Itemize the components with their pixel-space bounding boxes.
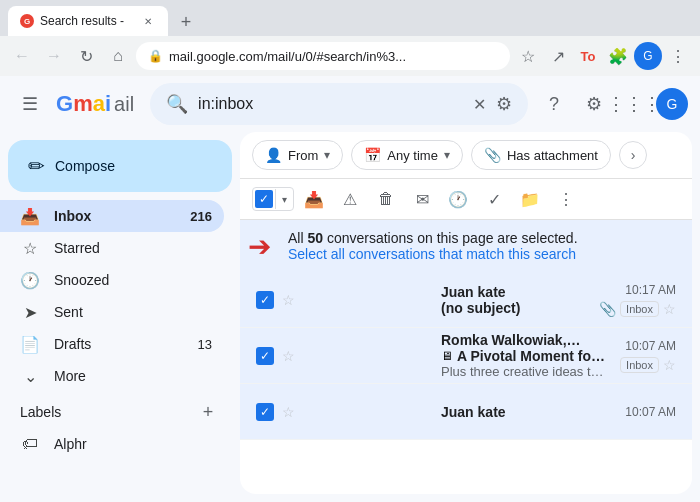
bookmark-star-button[interactable]: ☆	[514, 42, 542, 70]
red-arrow-indicator: ➔	[248, 230, 271, 263]
puzzle-icon[interactable]: 🧩	[604, 42, 632, 70]
delete-button[interactable]: 🗑	[370, 183, 402, 215]
email-checkbox[interactable]: ✓	[256, 347, 274, 365]
add-to-tasks-button[interactable]: ✓	[478, 183, 510, 215]
any-time-filter-chip[interactable]: 📅 Any time ▾	[351, 140, 463, 170]
mark-unread-button[interactable]: ✉	[406, 183, 438, 215]
gmail-logo: Gmai ail	[56, 91, 134, 117]
banner-text-prefix: All	[288, 230, 304, 246]
inbox-count: 216	[190, 209, 212, 224]
email-meta: 10:07 AM	[625, 405, 676, 419]
email-left-col: ✓ ☆	[256, 403, 431, 421]
user-avatar[interactable]: G	[656, 88, 688, 120]
omnibar: ← → ↻ ⌂ 🔒 mail.google.com/mail/u/0/#sear…	[0, 36, 700, 76]
search-box[interactable]: 🔍 ✕ ⚙	[150, 83, 528, 125]
compose-label: Compose	[55, 158, 115, 174]
chrome-menu-button[interactable]: ⋮	[664, 42, 692, 70]
help-button[interactable]: ?	[536, 86, 572, 122]
labels-header: Labels +	[0, 392, 240, 428]
search-clear-button[interactable]: ✕	[473, 95, 486, 114]
checkbox-dropdown-arrow[interactable]: ▾	[275, 189, 293, 209]
drafts-icon: 📄	[20, 335, 40, 354]
email-badges: 📎 Inbox ☆	[599, 301, 676, 317]
banner-text-suffix: conversations on this page are selected.	[327, 230, 578, 246]
drafts-label: Drafts	[54, 336, 184, 352]
email-sender: Juan kate	[441, 404, 581, 420]
browser-chrome: G Search results - ✕ + ← → ↻ ⌂ 🔒 mail.go…	[0, 0, 700, 76]
search-icon: 🔍	[166, 93, 188, 115]
apps-button[interactable]: ⋮⋮⋮	[616, 86, 652, 122]
drafts-count: 13	[198, 337, 212, 352]
compose-button[interactable]: ✏ Compose	[8, 140, 232, 192]
archive-button[interactable]: 📥	[298, 183, 330, 215]
inbox-icon: 📥	[20, 207, 40, 226]
star-icon[interactable]: ☆	[282, 348, 295, 364]
sent-icon: ➤	[20, 303, 40, 322]
move-to-button[interactable]: 📁	[514, 183, 546, 215]
gmail-header: ☰ Gmai ail 🔍 ✕ ⚙ ? ⚙ ⋮⋮⋮ G	[0, 76, 700, 132]
email-time: 10:17 AM	[625, 283, 676, 297]
sidebar-item-starred[interactable]: ☆ Starred	[0, 232, 224, 264]
inbox-label: Inbox	[54, 208, 176, 224]
sidebar-item-drafts[interactable]: 📄 Drafts 13	[0, 328, 224, 360]
select-all-link[interactable]: Select all conversations that match this…	[288, 246, 576, 262]
from-filter-label: From	[288, 148, 318, 163]
profile-icon-2[interactable]: G	[634, 42, 662, 70]
email-meta: 10:07 AM Inbox ☆	[620, 339, 676, 373]
email-content: Juan kate (no subject)	[441, 284, 589, 316]
sidebar-item-more[interactable]: ⌄ More	[0, 360, 224, 392]
email-checkbox[interactable]: ✓	[256, 291, 274, 309]
email-row[interactable]: ✓ ☆ Juan kate 10:07 AM	[240, 384, 692, 440]
star-icon[interactable]: ☆	[282, 292, 295, 308]
select-all-checkbox[interactable]: ✓ ▾	[252, 187, 294, 211]
address-bar[interactable]: 🔒 mail.google.com/mail/u/0/#search/in%3.…	[136, 42, 510, 70]
email-row[interactable]: ✓ ☆ Juan kate (no subject) 10:17 AM 📎 In…	[240, 272, 692, 328]
email-subject: (no subject)	[441, 300, 589, 316]
filter-more-button[interactable]: ›	[619, 141, 647, 169]
new-tab-button[interactable]: +	[172, 8, 200, 36]
filter-bar: 👤 From ▾ 📅 Any time ▾ 📎 Has attachment ›	[240, 132, 692, 179]
sidebar-item-snoozed[interactable]: 🕐 Snoozed	[0, 264, 224, 296]
add-label-button[interactable]: +	[196, 400, 220, 424]
attachment-indicator: 📎	[599, 301, 616, 317]
snooze-button[interactable]: 🕐	[442, 183, 474, 215]
banner-count: 50	[307, 230, 323, 246]
search-input[interactable]	[198, 95, 463, 113]
snoozed-label: Snoozed	[54, 272, 212, 288]
omnibar-actions: ☆ ↗ To 🧩 G ⋮	[514, 42, 692, 70]
email-sender: Romka Walkowiak, Hu.	[441, 332, 581, 348]
any-time-arrow: ▾	[444, 148, 450, 162]
starred-icon: ☆	[20, 239, 40, 258]
starred-label: Starred	[54, 240, 212, 256]
forward-button[interactable]: →	[40, 42, 68, 70]
star-icon[interactable]: ☆	[282, 404, 295, 420]
has-attachment-filter-chip[interactable]: 📎 Has attachment	[471, 140, 611, 170]
search-options-button[interactable]: ⚙	[496, 93, 512, 115]
snoozed-icon: 🕐	[20, 271, 40, 290]
banner-text: All 50 conversations on this page are se…	[288, 230, 578, 262]
email-sender: Juan kate	[441, 284, 581, 300]
hamburger-menu[interactable]: ☰	[12, 86, 48, 122]
sidebar-item-inbox[interactable]: 📥 Inbox 216	[0, 200, 224, 232]
back-button[interactable]: ←	[8, 42, 36, 70]
report-spam-button[interactable]: ⚠	[334, 183, 366, 215]
tab-close-button[interactable]: ✕	[140, 13, 156, 29]
email-preview: Plus three creative ideas to help your h…	[441, 364, 610, 379]
email-row[interactable]: ✓ ☆ Romka Walkowiak, Hu. 🖥 A Pivotal Mom…	[240, 328, 692, 384]
share-button[interactable]: ↗	[544, 42, 572, 70]
address-url: mail.google.com/mail/u/0/#search/in%3...	[169, 49, 498, 64]
home-button[interactable]: ⌂	[104, 42, 132, 70]
header-icons: ? ⚙ ⋮⋮⋮ G	[536, 86, 688, 122]
reload-button[interactable]: ↻	[72, 42, 100, 70]
extension-icon-1[interactable]: To	[574, 42, 602, 70]
selection-banner: ➔ All 50 conversations on this page are …	[240, 220, 692, 272]
more-actions-button[interactable]: ⋮	[550, 183, 582, 215]
checkbox-check: ✓	[255, 190, 273, 208]
sidebar-item-alphr[interactable]: 🏷 Alphr	[0, 428, 224, 460]
gmail-app: ☰ Gmai ail 🔍 ✕ ⚙ ? ⚙ ⋮⋮⋮ G ✏ Compose	[0, 76, 700, 502]
star-badge: ☆	[663, 301, 676, 317]
active-tab[interactable]: G Search results - ✕	[8, 6, 168, 36]
sidebar-item-sent[interactable]: ➤ Sent	[0, 296, 224, 328]
from-filter-chip[interactable]: 👤 From ▾	[252, 140, 343, 170]
email-checkbox[interactable]: ✓	[256, 403, 274, 421]
